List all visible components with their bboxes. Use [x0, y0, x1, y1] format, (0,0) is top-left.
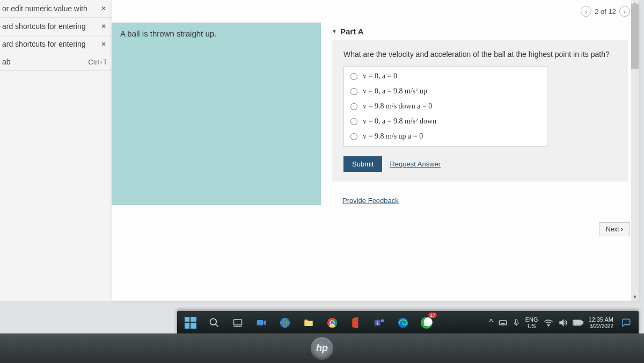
- option-label: v = 0, a = 9.8 m/s² down: [363, 117, 436, 126]
- option-label: v = 0, a = 9.8 m/s² up: [363, 87, 427, 96]
- option-item[interactable]: v = 0, a = 9.8 m/s² up: [344, 84, 547, 99]
- submit-button[interactable]: Submit: [343, 156, 382, 172]
- radio-input[interactable]: [350, 88, 357, 95]
- battery-icon[interactable]: [573, 319, 583, 326]
- option-item[interactable]: v = 0, a = 9.8 m/s² down: [344, 114, 547, 129]
- svg-point-29: [548, 325, 549, 326]
- svg-rect-0: [185, 317, 189, 322]
- provide-feedback-link[interactable]: Provide Feedback: [342, 197, 399, 205]
- tab-item[interactable]: ard shortcuts for entering ✕: [0, 35, 112, 53]
- keyboard-icon[interactable]: [499, 318, 507, 327]
- tab-label: or edit numeric value with: [2, 4, 87, 13]
- notification-icon[interactable]: [621, 318, 631, 328]
- office-icon[interactable]: [346, 313, 366, 333]
- problem-title: A ball is thrown straight up.: [120, 29, 216, 38]
- radio-input[interactable]: [350, 73, 357, 80]
- svg-rect-6: [234, 320, 242, 325]
- svg-line-5: [216, 324, 218, 327]
- svg-rect-32: [581, 322, 582, 324]
- browser-tabstrip-partial: or edit numeric value with ✕ ard shortcu…: [0, 0, 112, 301]
- pager-label: 2 of 12: [595, 8, 616, 16]
- content-row: A ball is thrown straight up. ▼ Part A W…: [112, 23, 639, 205]
- tab-shortcut: Ctrl+T: [88, 58, 107, 66]
- microphone-icon[interactable]: [513, 318, 520, 328]
- part-title: Part A: [340, 27, 364, 36]
- top-bar: ‹ 2 of 12 ›: [112, 0, 639, 23]
- main-panel: ‹ 2 of 12 › A ball is thrown straight up…: [112, 0, 639, 301]
- svg-rect-1: [191, 317, 196, 322]
- camera-icon[interactable]: [251, 313, 272, 333]
- pager-next-button[interactable]: ›: [619, 6, 630, 17]
- tab-item[interactable]: or edit numeric value with ✕: [0, 0, 112, 18]
- option-label: v = 9.8 m/s up a = 0: [363, 132, 423, 141]
- edge-icon[interactable]: [393, 313, 413, 333]
- vertical-scrollbar[interactable]: ▲ ▼: [631, 0, 639, 301]
- question-text: What are the velocity and acceleration o…: [343, 50, 618, 59]
- svg-point-4: [210, 319, 217, 325]
- globe-icon[interactable]: [275, 313, 295, 333]
- close-icon[interactable]: ✕: [100, 23, 107, 30]
- chevron-down-icon: ▼: [332, 28, 337, 34]
- wifi-icon[interactable]: [544, 319, 553, 326]
- tab-label: ard shortcuts for entering: [2, 22, 86, 31]
- system-tray: ^ ENG US 12:35 AM 3/22/2022: [485, 316, 635, 329]
- svg-rect-11: [305, 321, 313, 326]
- tab-label: ab: [2, 57, 11, 66]
- laptop-bezel: hp: [0, 333, 644, 363]
- option-item[interactable]: v = 0, a = 0: [344, 69, 547, 84]
- option-item[interactable]: v = 9.8 m/s down a = 0: [344, 99, 547, 114]
- svg-marker-30: [560, 320, 564, 326]
- tab-item[interactable]: ab Ctrl+T: [0, 53, 112, 71]
- windows-taskbar: T 17 ^ ENG US 12:35 AM 3/22/2022: [177, 311, 639, 335]
- part-panel: ▼ Part A What are the velocity and accel…: [321, 23, 639, 205]
- svg-marker-9: [264, 320, 266, 325]
- part-body: What are the velocity and acceleration o…: [332, 40, 628, 182]
- close-icon[interactable]: ✕: [100, 40, 107, 48]
- teams-icon[interactable]: T: [369, 313, 390, 333]
- whatsapp-icon[interactable]: 17: [416, 313, 437, 333]
- svg-rect-8: [257, 320, 264, 325]
- language-indicator[interactable]: ENG US: [525, 316, 538, 329]
- start-button[interactable]: [180, 313, 201, 333]
- tab-item[interactable]: ard shortcuts for entering ✕: [0, 18, 112, 35]
- clock-time: 12:35 AM: [589, 316, 613, 323]
- buttons-row: Submit Request Answer: [343, 156, 618, 172]
- options-group: v = 0, a = 0 v = 0, a = 9.8 m/s² up v = …: [343, 66, 547, 147]
- chrome-icon[interactable]: [322, 313, 342, 333]
- svg-rect-2: [185, 323, 189, 329]
- tray-overflow-icon[interactable]: ^: [489, 318, 493, 328]
- volume-icon[interactable]: [559, 318, 567, 327]
- next-button[interactable]: Next ›: [599, 222, 630, 236]
- tab-label: ard shortcuts for entering: [2, 40, 86, 48]
- option-label: v = 9.8 m/s down a = 0: [363, 102, 432, 111]
- radio-input[interactable]: [350, 103, 357, 110]
- svg-rect-28: [515, 320, 517, 323]
- hp-logo: hp: [311, 337, 333, 360]
- next-label: Next: [606, 226, 619, 233]
- svg-text:T: T: [376, 321, 379, 326]
- svg-rect-33: [574, 321, 580, 324]
- notification-badge: 17: [428, 313, 437, 318]
- clock[interactable]: 12:35 AM 3/22/2022: [589, 316, 616, 329]
- search-icon[interactable]: [204, 313, 224, 333]
- clock-date: 3/22/2022: [589, 323, 613, 329]
- svg-point-19: [381, 320, 384, 323]
- task-view-icon[interactable]: [228, 313, 248, 333]
- svg-rect-3: [191, 323, 196, 329]
- scroll-down-icon[interactable]: ▼: [631, 293, 639, 301]
- radio-input[interactable]: [350, 118, 357, 125]
- chevron-right-icon: ›: [621, 226, 623, 233]
- close-icon[interactable]: ✕: [100, 5, 107, 12]
- pager-prev-button[interactable]: ‹: [581, 6, 591, 17]
- svg-point-16: [331, 321, 334, 324]
- radio-input[interactable]: [350, 133, 357, 140]
- scrollbar-thumb[interactable]: [631, 4, 639, 69]
- svg-rect-22: [499, 321, 506, 325]
- option-item[interactable]: v = 9.8 m/s up a = 0: [344, 129, 547, 144]
- request-answer-button[interactable]: Request Answer: [390, 160, 441, 168]
- file-explorer-icon[interactable]: [298, 313, 319, 333]
- problem-header: A ball is thrown straight up.: [112, 23, 321, 205]
- part-title-row[interactable]: ▼ Part A: [332, 27, 628, 36]
- option-label: v = 0, a = 0: [363, 72, 397, 81]
